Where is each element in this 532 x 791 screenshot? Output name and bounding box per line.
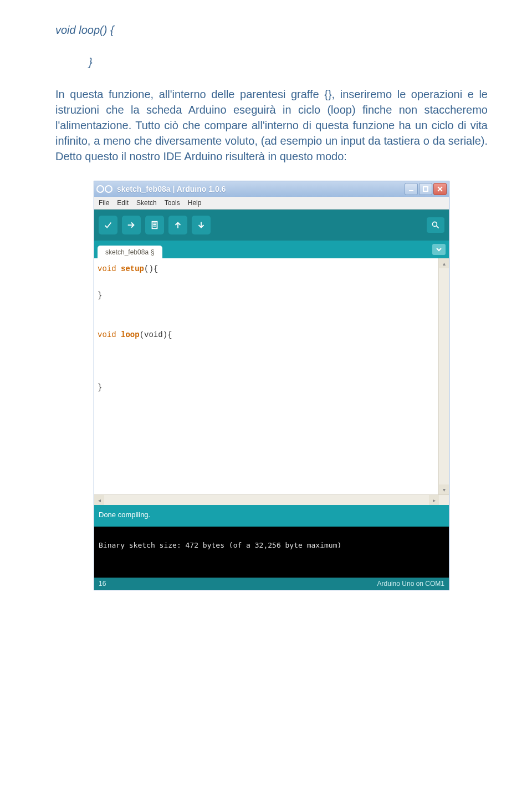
tab-sketch[interactable]: sketch_feb08a § <box>98 246 162 258</box>
menu-edit[interactable]: Edit <box>117 199 129 207</box>
svg-point-11 <box>432 222 437 226</box>
minimize-button[interactable] <box>405 183 418 195</box>
code-text: } <box>98 291 102 300</box>
scroll-down-icon[interactable]: ▾ <box>439 484 449 494</box>
toolbar <box>94 210 449 241</box>
title-bar[interactable]: sketch_feb08a | Arduino 1.0.6 <box>94 181 449 197</box>
status-text: Done compiling. <box>99 511 150 519</box>
svg-line-12 <box>437 226 439 228</box>
console-line: Binary sketch size: 472 bytes (of a 32,2… <box>99 541 341 549</box>
menu-help[interactable]: Help <box>188 199 202 207</box>
scroll-right-icon[interactable]: ▸ <box>429 495 439 505</box>
verify-button[interactable] <box>99 216 117 234</box>
serial-monitor-button[interactable] <box>427 217 444 233</box>
code-text: (){ <box>144 264 158 273</box>
keyword: void <box>98 330 116 339</box>
new-sketch-button[interactable] <box>145 216 164 234</box>
function-name: setup <box>121 264 144 273</box>
tab-strip: sketch_feb08a § <box>94 241 449 258</box>
arduino-ide-window: sketch_feb08a | Arduino 1.0.6 File Edit … <box>94 181 449 590</box>
code-text: } <box>98 383 102 392</box>
function-name: loop <box>121 330 140 339</box>
bottom-bar: 16 Arduino Uno on COM1 <box>94 578 449 590</box>
menu-tools[interactable]: Tools <box>165 199 180 207</box>
line-number: 16 <box>99 580 106 588</box>
code-editor[interactable]: void setup(){ } void loop(void){ } <box>94 258 438 494</box>
body-paragraph: In questa funzione, all'interno delle pa… <box>55 86 488 164</box>
open-sketch-button[interactable] <box>168 216 187 234</box>
code-line: void loop() { <box>55 24 114 36</box>
code-text: (void){ <box>140 330 172 339</box>
status-bar: Done compiling. <box>94 505 449 527</box>
tab-modified-indicator: § <box>151 248 155 256</box>
keyword: void <box>98 264 116 273</box>
tab-label: sketch_feb08a <box>105 248 149 256</box>
console-output: Binary sketch size: 472 bytes (of a 32,2… <box>94 527 449 578</box>
maximize-button[interactable] <box>419 183 432 195</box>
board-port-label: Arduino Uno on COM1 <box>377 580 444 588</box>
horizontal-scrollbar[interactable]: ◂ ▸ <box>94 494 449 505</box>
upload-button[interactable] <box>122 216 141 234</box>
window-title: sketch_feb08a | Arduino 1.0.6 <box>117 185 226 193</box>
svg-rect-1 <box>423 187 428 191</box>
save-sketch-button[interactable] <box>192 216 211 234</box>
menu-file[interactable]: File <box>99 199 109 207</box>
arduino-logo-icon <box>96 185 112 193</box>
code-line: } <box>89 54 488 70</box>
close-button[interactable] <box>433 183 447 195</box>
tab-dropdown[interactable] <box>432 244 446 255</box>
scroll-up-icon[interactable]: ▴ <box>439 258 449 268</box>
code-snippet: void loop() { } <box>55 22 488 70</box>
menu-bar: File Edit Sketch Tools Help <box>94 197 449 210</box>
vertical-scrollbar[interactable]: ▴ ▾ <box>438 258 449 494</box>
scroll-left-icon[interactable]: ◂ <box>94 495 104 505</box>
menu-sketch[interactable]: Sketch <box>136 199 157 207</box>
